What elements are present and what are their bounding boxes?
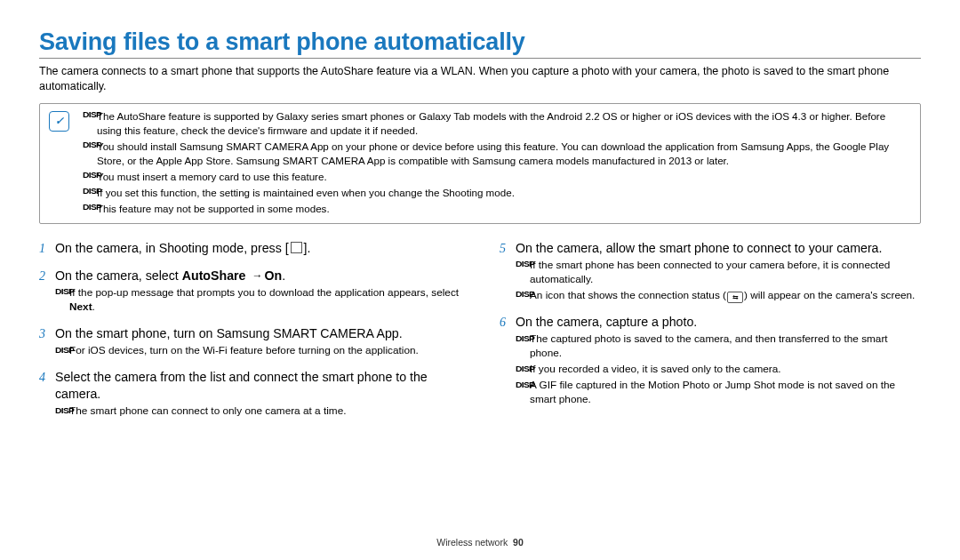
bullet-icon: DISP	[83, 188, 108, 196]
step: 4Select the camera from the list and con…	[39, 369, 460, 419]
manual-page: Saving files to a smart phone automatica…	[0, 0, 960, 560]
step-number: 4	[39, 370, 45, 387]
step-sub-item: DISPThe smart phone can connect to only …	[55, 404, 460, 419]
menu-button-icon	[291, 242, 302, 253]
footer-section: Wireless network	[436, 537, 508, 548]
content-columns: 1On the camera, in Shooting mode, press …	[39, 240, 921, 430]
checkmark-box-icon: ✓	[49, 111, 69, 132]
note-item: DISPYou must insert a memory card to use…	[83, 170, 911, 184]
step-main: 3On the smart phone, turn on Samsung SMA…	[39, 325, 460, 342]
step-sub-list: DISPThe smart phone can connect to only …	[55, 404, 460, 419]
note-list: DISPThe AutoShare feature is supported b…	[83, 109, 911, 218]
note-item: DISPIf you set this function, the settin…	[83, 186, 911, 200]
step-sub-list: DISPIf the pop-up message that prompts y…	[55, 286, 460, 315]
step: 2On the camera, select AutoShare→On.DISP…	[39, 268, 460, 315]
step: 1On the camera, in Shooting mode, press …	[39, 240, 460, 257]
step: 5On the camera, allow the smart phone to…	[500, 240, 921, 304]
bullet-icon: DISP	[83, 204, 108, 212]
bullet-icon: DISP	[83, 141, 108, 149]
step-number: 1	[39, 241, 45, 258]
bullet-icon: DISP	[55, 347, 80, 355]
step-sub-item: DISPAn icon that shows the connection st…	[516, 289, 921, 304]
intro-text: The camera connects to a smart phone tha…	[39, 64, 921, 94]
step-main: 2On the camera, select AutoShare→On.	[39, 268, 460, 284]
bullet-icon: DISP	[83, 111, 108, 119]
step-main: 6On the camera, capture a photo.	[500, 314, 921, 331]
step-main: 4Select the camera from the list and con…	[39, 369, 460, 403]
page-footer: Wireless network 90	[0, 537, 960, 548]
step-number: 2	[39, 268, 45, 285]
bullet-icon: DISP	[83, 172, 108, 180]
left-column: 1On the camera, in Shooting mode, press …	[39, 240, 460, 430]
step-main: 5On the camera, allow the smart phone to…	[500, 240, 921, 257]
bullet-icon: DISP	[516, 381, 540, 389]
note-box: ✓ DISPThe AutoShare feature is supported…	[39, 103, 921, 224]
bold-term: On	[264, 268, 282, 283]
right-column: 5On the camera, allow the smart phone to…	[500, 240, 921, 430]
step-number: 6	[500, 315, 506, 332]
step-sub-item: DISPFor iOS devices, turn on the Wi-Fi f…	[55, 344, 460, 358]
bullet-icon: DISP	[516, 335, 540, 343]
step-main: 1On the camera, in Shooting mode, press …	[39, 240, 460, 257]
bullet-icon: DISP	[55, 288, 80, 296]
bullet-icon: DISP	[516, 365, 540, 373]
step: 6On the camera, capture a photo.DISPThe …	[500, 314, 921, 407]
step-sub-list: DISPThe captured photo is saved to the c…	[516, 332, 921, 407]
page-title: Saving files to a smart phone automatica…	[39, 28, 921, 56]
step: 3On the smart phone, turn on Samsung SMA…	[39, 325, 460, 358]
step-number: 5	[500, 241, 506, 258]
step-sub-item: DISPA GIF file captured in the Motion Ph…	[516, 379, 921, 407]
title-rule	[39, 58, 921, 59]
arrow-icon: →	[252, 268, 260, 283]
note-item: DISPYou should install Samsung SMART CAM…	[83, 140, 911, 168]
connection-status-icon: ⇆	[727, 292, 743, 303]
bullet-icon: DISP	[55, 407, 80, 415]
note-icon-col: ✓	[49, 109, 74, 218]
step-sub-item: DISPIf you recorded a video, it is saved…	[516, 363, 921, 377]
step-sub-item: DISPThe captured photo is saved to the c…	[516, 332, 921, 361]
step-sub-item: DISPIf the smart phone has been connecte…	[516, 259, 921, 287]
step-number: 3	[39, 326, 45, 343]
step-sub-list: DISPIf the smart phone has been connecte…	[516, 259, 921, 303]
note-item: DISPThe AutoShare feature is supported b…	[83, 109, 911, 138]
step-sub-list: DISPFor iOS devices, turn on the Wi-Fi f…	[55, 344, 460, 358]
note-item: DISPThis feature may not be supported in…	[83, 202, 911, 216]
step-sub-item: DISPIf the pop-up message that prompts y…	[55, 286, 460, 315]
bold-term: AutoShare	[182, 268, 246, 283]
footer-page-number: 90	[513, 537, 524, 548]
bold-term: Next	[69, 300, 92, 313]
bullet-icon: DISP	[516, 291, 540, 299]
bullet-icon: DISP	[516, 260, 540, 268]
